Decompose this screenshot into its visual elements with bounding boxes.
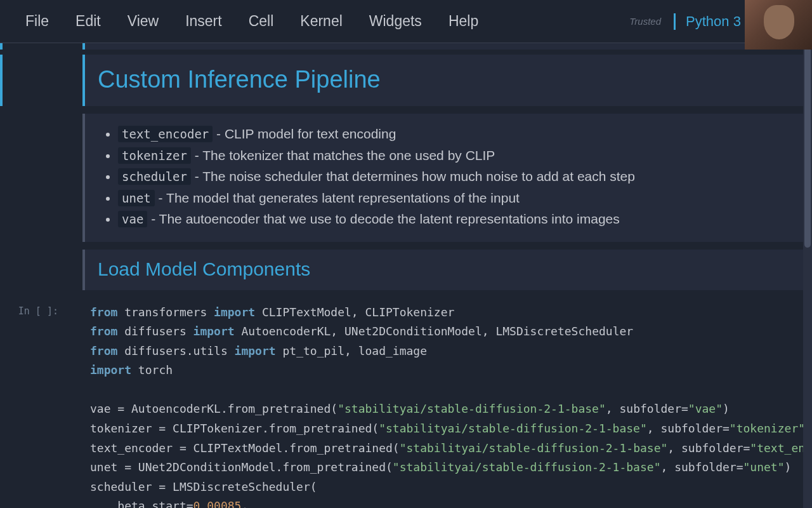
input-prompt: In [ ]: [18, 305, 58, 509]
heading-load-components: Load Model Components [85, 250, 812, 290]
code-content[interactable]: from transformers import CLIPTextModel, … [90, 303, 812, 509]
webcam-overlay [745, 0, 812, 50]
markdown-cell-components[interactable]: text_encoder - CLIP model for text encod… [0, 114, 812, 242]
code-term: text_encoder [118, 126, 213, 142]
list-desc: - The noise scheduler that determines ho… [191, 169, 635, 184]
list-item: text_encoder - CLIP model for text encod… [118, 124, 799, 144]
code-term: unet [118, 190, 155, 206]
markdown-cell-heading1[interactable]: Custom Inference Pipeline [0, 55, 812, 106]
notebook-area: Custom Inference Pipeline text_encoder -… [0, 43, 812, 508]
menu-view[interactable]: View [128, 13, 159, 30]
menubar: File Edit View Insert Cell Kernel Widget… [0, 0, 812, 43]
trusted-indicator: Trusted [629, 16, 661, 27]
list-item: scheduler - The noise scheduler that det… [118, 166, 799, 187]
cell-gutter [3, 250, 66, 290]
code-term: vae [118, 211, 147, 227]
code-term: scheduler [118, 168, 191, 185]
cell-gutter: In [ ]: [3, 297, 66, 509]
menu-kernel[interactable]: Kernel [300, 13, 342, 30]
list-item: unet - The model that generates latent r… [118, 188, 799, 208]
cell-gutter [3, 114, 66, 242]
list-desc: - CLIP model for text encoding [213, 126, 396, 141]
menubar-items: File Edit View Insert Cell Kernel Widget… [25, 13, 478, 30]
menu-help[interactable]: Help [449, 13, 478, 30]
cell-gutter [3, 55, 66, 106]
heading-custom-inference: Custom Inference Pipeline [85, 55, 812, 106]
list-desc: - The tokenizer that matches the one use… [191, 148, 495, 163]
scrollbar-thumb[interactable] [804, 44, 811, 248]
markdown-cell-heading2[interactable]: Load Model Components [0, 250, 812, 290]
menu-file[interactable]: File [25, 13, 49, 30]
code-term: tokenizer [118, 147, 191, 164]
list-item: vae - The autoencoder that we use to dec… [118, 209, 799, 229]
list-desc: - The model that generates latent repres… [155, 190, 520, 205]
menu-cell[interactable]: Cell [249, 13, 274, 30]
code-cell[interactable]: In [ ]: from transformers import CLIPTex… [0, 297, 812, 509]
list-desc: - The autoencoder that we use to decode … [147, 211, 619, 226]
menu-edit[interactable]: Edit [75, 13, 101, 30]
component-list: text_encoder - CLIP model for text encod… [85, 114, 812, 242]
menu-widgets[interactable]: Widgets [369, 13, 422, 30]
list-item: tokenizer - The tokenizer that matches t… [118, 145, 799, 166]
menu-insert[interactable]: Insert [185, 13, 222, 30]
